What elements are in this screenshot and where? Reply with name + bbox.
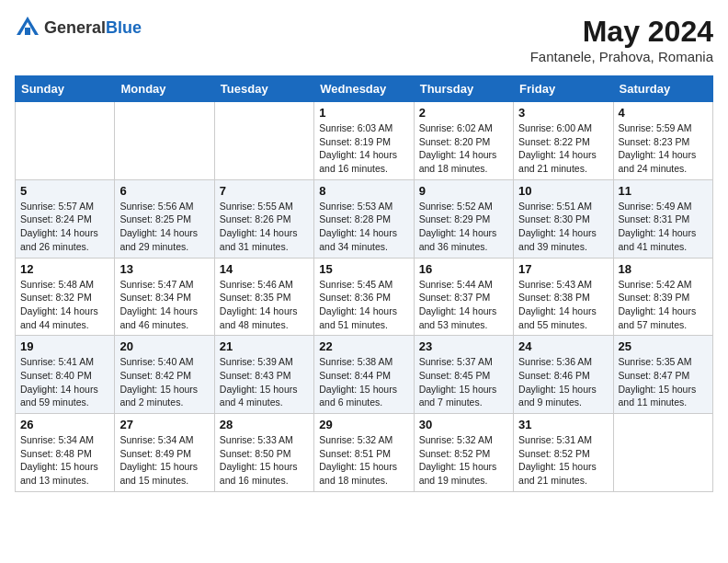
svg-rect-2 [25,28,30,35]
day-number: 25 [619,339,708,353]
day-number: 17 [518,262,608,276]
table-row: 5Sunrise: 5:57 AMSunset: 8:24 PMDaylight… [16,179,115,258]
day-info: Sunrise: 5:56 AMSunset: 8:25 PMDaylight:… [119,200,209,254]
day-info: Sunrise: 5:32 AMSunset: 8:51 PMDaylight:… [319,433,408,488]
table-row [115,102,214,180]
table-row: 3Sunrise: 6:00 AMSunset: 8:22 PMDaylight… [514,102,613,180]
day-number: 16 [419,262,508,276]
day-number: 24 [518,339,608,353]
table-row: 10Sunrise: 5:51 AMSunset: 8:30 PMDayligh… [514,179,613,258]
calendar-week-row: 1Sunrise: 6:03 AMSunset: 8:19 PMDaylight… [16,102,713,180]
col-monday: Monday [115,76,214,102]
day-info: Sunrise: 5:36 AMSunset: 8:46 PMDaylight:… [518,355,608,409]
month-year: May 2024 [530,15,713,49]
table-row: 22Sunrise: 5:38 AMSunset: 8:44 PMDayligh… [314,336,414,414]
table-row: 18Sunrise: 5:42 AMSunset: 8:39 PMDayligh… [613,258,712,336]
table-row: 27Sunrise: 5:34 AMSunset: 8:49 PMDayligh… [115,414,214,492]
table-row: 28Sunrise: 5:33 AMSunset: 8:50 PMDayligh… [214,414,313,492]
day-info: Sunrise: 5:41 AMSunset: 8:40 PMDaylight:… [20,355,109,409]
table-row: 30Sunrise: 5:32 AMSunset: 8:52 PMDayligh… [414,414,513,492]
table-row: 23Sunrise: 5:37 AMSunset: 8:45 PMDayligh… [414,336,513,414]
logo-general: General [44,18,106,37]
col-sunday: Sunday [16,76,115,102]
day-number: 11 [619,184,708,198]
calendar-week-row: 12Sunrise: 5:48 AMSunset: 8:32 PMDayligh… [16,258,713,336]
day-number: 8 [319,184,408,198]
day-number: 7 [220,184,309,198]
col-tuesday: Tuesday [214,76,313,102]
day-number: 6 [119,184,209,198]
calendar-week-row: 19Sunrise: 5:41 AMSunset: 8:40 PMDayligh… [16,336,713,414]
day-number: 13 [119,262,209,276]
day-info: Sunrise: 5:45 AMSunset: 8:36 PMDaylight:… [319,278,408,332]
day-info: Sunrise: 5:59 AMSunset: 8:23 PMDaylight:… [619,121,708,176]
col-wednesday: Wednesday [314,76,414,102]
table-row: 15Sunrise: 5:45 AMSunset: 8:36 PMDayligh… [314,258,414,336]
day-info: Sunrise: 5:55 AMSunset: 8:26 PMDaylight:… [220,200,309,254]
day-number: 31 [518,418,608,431]
day-info: Sunrise: 5:34 AMSunset: 8:49 PMDaylight:… [119,433,209,488]
calendar-table: Sunday Monday Tuesday Wednesday Thursday… [15,75,713,492]
table-row: 11Sunrise: 5:49 AMSunset: 8:31 PMDayligh… [613,179,712,258]
table-row: 4Sunrise: 5:59 AMSunset: 8:23 PMDaylight… [613,102,712,180]
day-info: Sunrise: 5:57 AMSunset: 8:24 PMDaylight:… [20,200,109,254]
title-block: May 2024 Fantanele, Prahova, Romania [530,15,713,64]
day-number: 15 [319,262,408,276]
table-row: 1Sunrise: 6:03 AMSunset: 8:19 PMDaylight… [314,102,414,180]
day-number: 5 [20,184,109,198]
table-row: 26Sunrise: 5:34 AMSunset: 8:48 PMDayligh… [16,414,115,492]
table-row: 20Sunrise: 5:40 AMSunset: 8:42 PMDayligh… [115,336,214,414]
table-row: 12Sunrise: 5:48 AMSunset: 8:32 PMDayligh… [16,258,115,336]
day-info: Sunrise: 5:38 AMSunset: 8:44 PMDaylight:… [319,355,408,409]
table-row: 25Sunrise: 5:35 AMSunset: 8:47 PMDayligh… [613,336,712,414]
day-info: Sunrise: 5:51 AMSunset: 8:30 PMDaylight:… [518,200,608,254]
day-number: 26 [20,418,109,431]
day-info: Sunrise: 6:00 AMSunset: 8:22 PMDaylight:… [518,121,608,176]
day-info: Sunrise: 5:32 AMSunset: 8:52 PMDaylight:… [419,433,508,488]
day-info: Sunrise: 5:46 AMSunset: 8:35 PMDaylight:… [220,278,309,332]
day-number: 30 [419,418,508,431]
table-row: 13Sunrise: 5:47 AMSunset: 8:34 PMDayligh… [115,258,214,336]
table-row: 9Sunrise: 5:52 AMSunset: 8:29 PMDaylight… [414,179,513,258]
day-number: 9 [419,184,508,198]
table-row: 8Sunrise: 5:53 AMSunset: 8:28 PMDaylight… [314,179,414,258]
table-row [613,414,712,492]
table-row: 2Sunrise: 6:02 AMSunset: 8:20 PMDaylight… [414,102,513,180]
day-number: 4 [619,106,708,120]
day-number: 2 [419,106,508,120]
table-row: 7Sunrise: 5:55 AMSunset: 8:26 PMDaylight… [214,179,313,258]
table-row: 21Sunrise: 5:39 AMSunset: 8:43 PMDayligh… [214,336,313,414]
table-row: 31Sunrise: 5:31 AMSunset: 8:52 PMDayligh… [514,414,613,492]
col-saturday: Saturday [613,76,712,102]
day-number: 1 [319,106,408,120]
logo-icon [15,15,40,40]
table-row: 16Sunrise: 5:44 AMSunset: 8:37 PMDayligh… [414,258,513,336]
day-info: Sunrise: 5:48 AMSunset: 8:32 PMDaylight:… [20,278,109,332]
day-info: Sunrise: 5:52 AMSunset: 8:29 PMDaylight:… [419,200,508,254]
day-info: Sunrise: 6:03 AMSunset: 8:19 PMDaylight:… [319,121,408,176]
logo-blue: Blue [106,18,142,37]
day-number: 3 [518,106,608,120]
day-info: Sunrise: 5:34 AMSunset: 8:48 PMDaylight:… [20,433,109,488]
day-number: 22 [319,339,408,353]
table-row: 14Sunrise: 5:46 AMSunset: 8:35 PMDayligh… [214,258,313,336]
logo-text: GeneralBlue [44,18,142,38]
table-row [214,102,313,180]
day-info: Sunrise: 5:39 AMSunset: 8:43 PMDaylight:… [220,355,309,409]
day-info: Sunrise: 5:40 AMSunset: 8:42 PMDaylight:… [119,355,209,409]
page-header: GeneralBlue May 2024 Fantanele, Prahova,… [15,15,713,64]
location: Fantanele, Prahova, Romania [530,49,713,64]
day-info: Sunrise: 5:44 AMSunset: 8:37 PMDaylight:… [419,278,508,332]
calendar-week-row: 26Sunrise: 5:34 AMSunset: 8:48 PMDayligh… [16,414,713,492]
logo: GeneralBlue [15,15,142,40]
table-row: 24Sunrise: 5:36 AMSunset: 8:46 PMDayligh… [514,336,613,414]
table-row [16,102,115,180]
day-number: 27 [119,418,209,431]
day-info: Sunrise: 5:42 AMSunset: 8:39 PMDaylight:… [619,278,708,332]
col-friday: Friday [514,76,613,102]
day-number: 21 [220,339,309,353]
table-row: 6Sunrise: 5:56 AMSunset: 8:25 PMDaylight… [115,179,214,258]
table-row: 17Sunrise: 5:43 AMSunset: 8:38 PMDayligh… [514,258,613,336]
day-info: Sunrise: 5:43 AMSunset: 8:38 PMDaylight:… [518,278,608,332]
calendar-week-row: 5Sunrise: 5:57 AMSunset: 8:24 PMDaylight… [16,179,713,258]
